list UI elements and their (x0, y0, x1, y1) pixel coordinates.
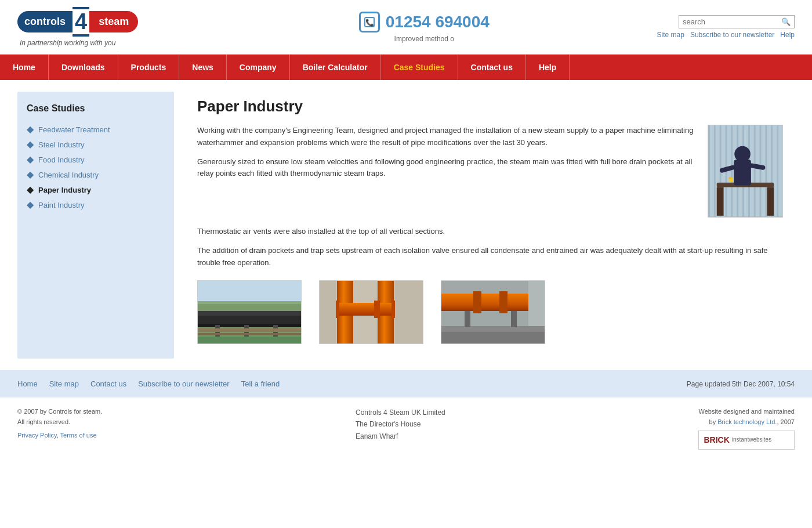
header: controls 4 steam In partnership working … (0, 0, 812, 55)
logo-badge: controls 4 steam (17, 7, 138, 37)
sidebar: Case Studies ◆ Feedwater Treatment ◆ Ste… (17, 92, 174, 359)
svg-rect-25 (198, 337, 302, 344)
nav-help[interactable]: Help (526, 55, 570, 80)
top-links-area: 🔍 Site map Subscribe to our newsletter H… (657, 15, 795, 39)
phone-icon: 📞 (359, 12, 380, 32)
footer-privacy-links: Privacy Policy, Terms of use (17, 431, 102, 441)
sidebar-item-feedwater[interactable]: ◆ Feedwater Treatment (27, 122, 165, 137)
footer-sitemap-link[interactable]: Site map (49, 379, 79, 388)
svg-rect-40 (395, 281, 423, 344)
page-updated-text: Page updated 5th Dec 2007, 10:54 (687, 380, 795, 388)
nav-boiler-calculator[interactable]: Boiler Calculator (290, 55, 381, 80)
svg-rect-37 (374, 301, 380, 318)
brick-line2: by Brick technology Ltd., 2007 (698, 417, 795, 428)
footer-newsletter-link[interactable]: Subscribe to our newsletter (138, 379, 230, 388)
sidebar-link-food[interactable]: Food Industry (38, 155, 85, 164)
sidebar-link-paint[interactable]: Paint Industry (38, 201, 85, 209)
sidebar-item-food[interactable]: ◆ Food Industry (27, 152, 165, 167)
address-line1: The Director's House (356, 418, 445, 430)
sidebar-title: Case Studies (27, 103, 165, 114)
footer-copyright: © 2007 by Controls for steam.All rights … (17, 407, 102, 441)
copyright-text: © 2007 by Controls for steam.All rights … (17, 407, 102, 427)
top-thumbnail (708, 125, 783, 218)
sidebar-item-steel[interactable]: ◆ Steel Industry (27, 137, 165, 152)
footer-nav: Home Site map Contact us Subscribe to ou… (17, 379, 280, 388)
sidebar-link-feedwater[interactable]: Feedwater Treatment (38, 125, 110, 134)
footer-address: Controls 4 Steam UK Limited The Director… (356, 407, 445, 442)
newsletter-link[interactable]: Subscribe to our newsletter (690, 31, 774, 39)
svg-rect-16 (198, 281, 302, 301)
nav-news[interactable]: News (179, 55, 227, 80)
sitemap-link[interactable]: Site map (657, 31, 684, 39)
phone-area: 📞 01254 694004 Improved method o (191, 12, 657, 43)
svg-rect-18 (198, 311, 302, 316)
sidebar-link-steel[interactable]: Steel Industry (38, 140, 85, 149)
para-3: Thermostatic air vents were also install… (197, 226, 783, 238)
content-wrapper: Case Studies ◆ Feedwater Treatment ◆ Ste… (0, 80, 812, 370)
brick-link[interactable]: Brick technology Ltd. (717, 418, 777, 425)
help-link-top[interactable]: Help (780, 31, 795, 39)
footer-brick: Website designed and maintained by Brick… (698, 407, 795, 450)
sidebar-link-chemical[interactable]: Chemical Industry (38, 171, 99, 179)
svg-point-13 (728, 177, 731, 179)
sidebar-item-paint[interactable]: ◆ Paint Industry (27, 197, 165, 212)
improved-method-text: Improved method o (394, 35, 454, 43)
nav-company[interactable]: Company (227, 55, 290, 80)
nav-case-studies[interactable]: Case Studies (381, 55, 458, 80)
image-pipes-orange (319, 280, 423, 344)
nav-products[interactable]: Products (118, 55, 180, 80)
para-4: The addition of drain pockets and trap s… (197, 245, 783, 269)
svg-rect-50 (499, 291, 507, 313)
sidebar-item-paper: ◆ Paper Industry (27, 182, 165, 197)
footer-contact-link[interactable]: Contact us (90, 379, 126, 388)
search-box[interactable]: 🔍 (679, 15, 795, 28)
svg-point-9 (734, 146, 751, 162)
nav-contact-us[interactable]: Contact us (458, 55, 526, 80)
main-nav: Home Downloads Products News Company Boi… (0, 55, 812, 80)
image-pipes-gray (441, 280, 545, 344)
instant-websites-text: instantwebsites (732, 435, 771, 444)
terms-link[interactable]: Terms of use (60, 432, 97, 439)
logo-controls-text: controls (17, 11, 72, 32)
svg-rect-47 (465, 311, 470, 327)
image-pipes-outdoor (197, 280, 302, 344)
logo-steam-text: steam (89, 11, 138, 32)
logo-four-text: 4 (72, 7, 89, 37)
footer-home-link[interactable]: Home (17, 379, 38, 388)
content-paragraphs: Thermostatic air vents were also install… (197, 226, 783, 269)
svg-rect-23 (198, 328, 302, 332)
footer-bottom: © 2007 by Controls for steam.All rights … (0, 397, 812, 459)
nav-downloads[interactable]: Downloads (49, 55, 118, 80)
sidebar-list: ◆ Feedwater Treatment ◆ Steel Industry ◆… (27, 122, 165, 212)
sidebar-item-chemical[interactable]: ◆ Chemical Industry (27, 167, 165, 182)
image-row (197, 280, 783, 344)
privacy-policy-link[interactable]: Privacy Policy (17, 432, 57, 439)
phone-number: 📞 01254 694004 (359, 12, 490, 32)
nav-home[interactable]: Home (0, 55, 49, 80)
bullet-icon: ◆ (27, 170, 34, 179)
content-top-section: Working with the company's Engineering T… (197, 125, 783, 218)
svg-rect-7 (767, 187, 774, 216)
svg-rect-17 (198, 314, 302, 325)
address-company: Controls 4 Steam UK Limited (356, 407, 445, 418)
logo-tagline: In partnership working with you (20, 39, 115, 47)
svg-rect-39 (320, 281, 336, 344)
content-text-main: Working with the company's Engineering T… (197, 125, 696, 218)
top-thumbnail-img (708, 125, 782, 217)
search-button[interactable]: 🔍 (781, 17, 791, 26)
brick-line1: Website designed and maintained (698, 407, 795, 417)
brick-badge: BRICK instantwebsites (698, 431, 795, 449)
svg-rect-49 (473, 291, 481, 313)
svg-rect-51 (528, 281, 545, 326)
page-heading: Paper Industry (197, 97, 783, 115)
search-input[interactable] (683, 17, 781, 26)
svg-rect-46 (441, 332, 545, 344)
sidebar-label-paper: Paper Industry (38, 186, 91, 194)
footer-friend-link[interactable]: Tell a friend (241, 379, 280, 388)
bullet-icon: ◆ (27, 200, 34, 209)
bullet-icon: ◆ (27, 125, 34, 134)
header-top-links: Site map Subscribe to our newsletter Hel… (657, 31, 795, 39)
svg-rect-24 (198, 333, 302, 335)
main-content: Paper Industry Working with the company'… (186, 92, 795, 359)
svg-rect-8 (734, 160, 751, 185)
